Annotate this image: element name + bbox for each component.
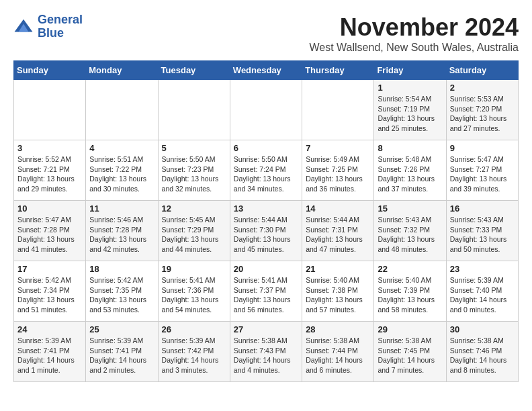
day-number: 19 [162, 264, 226, 274]
calendar-cell: 14Sunrise: 5:44 AM Sunset: 7:31 PM Dayli… [302, 201, 374, 261]
day-number: 16 [450, 203, 515, 214]
calendar-cell: 2Sunrise: 5:53 AM Sunset: 7:20 PM Daylig… [446, 80, 518, 140]
calendar-cell [86, 80, 158, 140]
week-row-2: 3Sunrise: 5:52 AM Sunset: 7:21 PM Daylig… [14, 140, 519, 201]
day-info: Sunrise: 5:44 AM Sunset: 7:31 PM Dayligh… [306, 215, 370, 255]
month-title: November 2024 [309, 13, 519, 42]
week-row-4: 17Sunrise: 5:42 AM Sunset: 7:34 PM Dayli… [14, 261, 519, 322]
day-info: Sunrise: 5:51 AM Sunset: 7:22 PM Dayligh… [89, 154, 154, 194]
day-info: Sunrise: 5:47 AM Sunset: 7:28 PM Dayligh… [17, 215, 82, 255]
calendar-cell: 28Sunrise: 5:38 AM Sunset: 7:44 PM Dayli… [302, 322, 374, 382]
day-number: 9 [450, 143, 515, 153]
page-header: General Blue November 2024 West Wallsend… [13, 13, 519, 54]
day-info: Sunrise: 5:40 AM Sunset: 7:39 PM Dayligh… [378, 275, 442, 315]
header-monday: Monday [86, 61, 158, 80]
day-number: 3 [17, 143, 82, 153]
calendar-cell: 20Sunrise: 5:41 AM Sunset: 7:37 PM Dayli… [230, 261, 302, 322]
day-info: Sunrise: 5:53 AM Sunset: 7:20 PM Dayligh… [450, 94, 515, 134]
day-info: Sunrise: 5:47 AM Sunset: 7:27 PM Dayligh… [450, 154, 515, 194]
calendar-cell: 25Sunrise: 5:39 AM Sunset: 7:41 PM Dayli… [86, 322, 158, 382]
day-info: Sunrise: 5:38 AM Sunset: 7:44 PM Dayligh… [306, 336, 370, 375]
day-number: 23 [450, 264, 515, 274]
calendar-cell: 19Sunrise: 5:41 AM Sunset: 7:36 PM Dayli… [158, 261, 230, 322]
calendar-cell: 17Sunrise: 5:42 AM Sunset: 7:34 PM Dayli… [14, 261, 86, 322]
day-info: Sunrise: 5:40 AM Sunset: 7:38 PM Dayligh… [306, 275, 370, 315]
calendar-cell: 22Sunrise: 5:40 AM Sunset: 7:39 PM Dayli… [374, 261, 446, 322]
day-info: Sunrise: 5:41 AM Sunset: 7:36 PM Dayligh… [162, 275, 226, 315]
day-info: Sunrise: 5:46 AM Sunset: 7:28 PM Dayligh… [89, 215, 154, 255]
calendar-cell: 1Sunrise: 5:54 AM Sunset: 7:19 PM Daylig… [374, 80, 446, 140]
day-number: 20 [234, 264, 298, 274]
calendar-cell [302, 80, 374, 140]
day-number: 24 [17, 324, 82, 334]
title-area: November 2024 West Wallsend, New South W… [309, 13, 519, 54]
day-info: Sunrise: 5:42 AM Sunset: 7:34 PM Dayligh… [17, 275, 82, 315]
day-info: Sunrise: 5:49 AM Sunset: 7:25 PM Dayligh… [306, 154, 370, 194]
day-number: 12 [162, 203, 226, 214]
header-thursday: Thursday [302, 61, 374, 80]
logo-line2: Blue [38, 26, 64, 40]
calendar-cell: 13Sunrise: 5:44 AM Sunset: 7:30 PM Dayli… [230, 201, 302, 261]
day-info: Sunrise: 5:38 AM Sunset: 7:45 PM Dayligh… [378, 336, 442, 375]
day-number: 15 [378, 203, 442, 214]
calendar-table: SundayMondayTuesdayWednesdayThursdayFrid… [13, 60, 519, 382]
day-number: 13 [234, 203, 298, 214]
day-number: 27 [234, 324, 298, 334]
calendar-cell: 3Sunrise: 5:52 AM Sunset: 7:21 PM Daylig… [14, 140, 86, 201]
week-row-3: 10Sunrise: 5:47 AM Sunset: 7:28 PM Dayli… [14, 201, 519, 261]
day-info: Sunrise: 5:41 AM Sunset: 7:37 PM Dayligh… [234, 275, 298, 315]
day-info: Sunrise: 5:54 AM Sunset: 7:19 PM Dayligh… [378, 94, 442, 134]
day-number: 17 [17, 264, 82, 274]
calendar-cell: 5Sunrise: 5:50 AM Sunset: 7:23 PM Daylig… [158, 140, 230, 201]
day-number: 5 [162, 143, 226, 153]
calendar-cell: 18Sunrise: 5:42 AM Sunset: 7:35 PM Dayli… [86, 261, 158, 322]
header-friday: Friday [374, 61, 446, 80]
week-row-5: 24Sunrise: 5:39 AM Sunset: 7:41 PM Dayli… [14, 322, 519, 382]
day-info: Sunrise: 5:48 AM Sunset: 7:26 PM Dayligh… [378, 154, 442, 194]
day-info: Sunrise: 5:43 AM Sunset: 7:32 PM Dayligh… [378, 215, 442, 255]
calendar-cell: 12Sunrise: 5:45 AM Sunset: 7:29 PM Dayli… [158, 201, 230, 261]
day-info: Sunrise: 5:39 AM Sunset: 7:41 PM Dayligh… [17, 336, 82, 375]
week-row-1: 1Sunrise: 5:54 AM Sunset: 7:19 PM Daylig… [14, 80, 519, 140]
header-sunday: Sunday [14, 61, 86, 80]
header-tuesday: Tuesday [158, 61, 230, 80]
day-info: Sunrise: 5:38 AM Sunset: 7:43 PM Dayligh… [234, 336, 298, 375]
calendar-cell: 4Sunrise: 5:51 AM Sunset: 7:22 PM Daylig… [86, 140, 158, 201]
logo-icon [13, 17, 34, 37]
calendar-cell: 9Sunrise: 5:47 AM Sunset: 7:27 PM Daylig… [446, 140, 518, 201]
calendar-header-row: SundayMondayTuesdayWednesdayThursdayFrid… [14, 61, 519, 80]
calendar-cell: 15Sunrise: 5:43 AM Sunset: 7:32 PM Dayli… [374, 201, 446, 261]
day-number: 18 [89, 264, 154, 274]
day-info: Sunrise: 5:43 AM Sunset: 7:33 PM Dayligh… [450, 215, 515, 255]
calendar-cell: 10Sunrise: 5:47 AM Sunset: 7:28 PM Dayli… [14, 201, 86, 261]
day-number: 10 [17, 203, 82, 214]
day-number: 28 [306, 324, 370, 334]
day-number: 30 [450, 324, 515, 334]
day-number: 1 [378, 83, 442, 93]
day-number: 8 [378, 143, 442, 153]
day-number: 11 [89, 203, 154, 214]
calendar-cell [158, 80, 230, 140]
day-number: 29 [378, 324, 442, 334]
calendar-cell: 29Sunrise: 5:38 AM Sunset: 7:45 PM Dayli… [374, 322, 446, 382]
day-number: 14 [306, 203, 370, 214]
day-number: 4 [89, 143, 154, 153]
day-info: Sunrise: 5:44 AM Sunset: 7:30 PM Dayligh… [234, 215, 298, 255]
header-wednesday: Wednesday [230, 61, 302, 80]
day-info: Sunrise: 5:45 AM Sunset: 7:29 PM Dayligh… [162, 215, 226, 255]
location: West Wallsend, New South Wales, Australi… [309, 42, 519, 54]
calendar-cell: 6Sunrise: 5:50 AM Sunset: 7:24 PM Daylig… [230, 140, 302, 201]
day-info: Sunrise: 5:38 AM Sunset: 7:46 PM Dayligh… [450, 336, 515, 375]
calendar-cell: 11Sunrise: 5:46 AM Sunset: 7:28 PM Dayli… [86, 201, 158, 261]
calendar-cell: 24Sunrise: 5:39 AM Sunset: 7:41 PM Dayli… [14, 322, 86, 382]
day-number: 2 [450, 83, 515, 93]
day-number: 22 [378, 264, 442, 274]
day-info: Sunrise: 5:39 AM Sunset: 7:41 PM Dayligh… [89, 336, 154, 375]
calendar-cell: 8Sunrise: 5:48 AM Sunset: 7:26 PM Daylig… [374, 140, 446, 201]
logo-line1: General [38, 13, 83, 26]
day-info: Sunrise: 5:52 AM Sunset: 7:21 PM Dayligh… [17, 154, 82, 194]
day-number: 6 [234, 143, 298, 153]
day-info: Sunrise: 5:50 AM Sunset: 7:24 PM Dayligh… [234, 154, 298, 194]
day-number: 26 [162, 324, 226, 334]
logo: General Blue [13, 13, 83, 40]
